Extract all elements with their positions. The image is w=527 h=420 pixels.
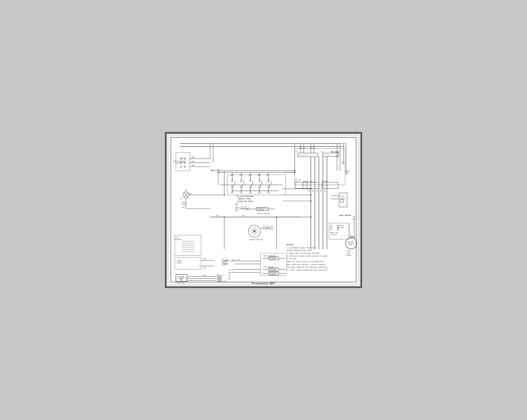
diagram-area: ORN ORN RED DOOR POSITION SWITCH 1 2 3 bbox=[169, 137, 358, 283]
svg-text:BLK: BLK bbox=[324, 189, 326, 192]
svg-text:WHT: WHT bbox=[182, 207, 185, 208]
svg-text:TAN: TAN bbox=[203, 258, 206, 260]
svg-text:YEL: YEL bbox=[237, 259, 240, 261]
page-container: ORN ORN RED DOOR POSITION SWITCH 1 2 3 bbox=[165, 132, 362, 288]
svg-text:DOOR POSITION: DOOR POSITION bbox=[174, 161, 185, 162]
svg-text:1: 1 bbox=[347, 225, 348, 226]
svg-text:C2: C2 bbox=[242, 205, 243, 207]
svg-text:RED: RED bbox=[271, 226, 273, 227]
svg-text:LOCKED: LOCKED bbox=[339, 227, 344, 228]
svg-text:OVEN: OVEN bbox=[340, 196, 344, 197]
svg-text:P2: P2 bbox=[350, 235, 352, 237]
svg-text:NORMALLY OPEN.: NORMALLY OPEN. bbox=[238, 198, 251, 200]
svg-text:BLK: BLK bbox=[218, 169, 220, 171]
svg-text:P3   C3: P3 C3 bbox=[217, 283, 222, 283]
svg-text:WHT: WHT bbox=[242, 215, 245, 216]
svg-text:4 3 2 1: 4 3 2 1 bbox=[322, 184, 329, 186]
svg-text:BLK: BLK bbox=[240, 175, 242, 176]
svg-text:ORN: ORN bbox=[192, 156, 195, 158]
svg-text:2: 2 bbox=[347, 227, 348, 228]
svg-text:H1 GAS: H1 GAS bbox=[331, 151, 339, 153]
svg-text:C3: C3 bbox=[267, 225, 268, 227]
svg-text:5.  VERIFY PROPER OPERATION AF: 5. VERIFY PROPER OPERATION AFTER SERVICI… bbox=[287, 269, 328, 271]
svg-text:MOTOR: MOTOR bbox=[347, 255, 351, 256]
svg-text:P2: P2 bbox=[245, 205, 247, 207]
svg-text:SPARK: SPARK bbox=[177, 260, 182, 262]
svg-text:RED: RED bbox=[235, 203, 238, 205]
svg-text:GRN: GRN bbox=[203, 275, 206, 276]
svg-text:WHEN SERVICING CONTROLS. WIRIN: WHEN SERVICING CONTROLS. WIRING PROBLEMS bbox=[287, 264, 325, 265]
svg-text:3: 3 bbox=[347, 229, 348, 231]
svg-text:4 3 2 1: 4 3 2 1 bbox=[303, 184, 309, 186]
svg-point-99 bbox=[254, 230, 255, 232]
svg-text:TAN: TAN bbox=[249, 192, 251, 194]
svg-text:P4: P4 bbox=[216, 274, 218, 276]
svg-text:P3: P3 bbox=[263, 225, 265, 227]
svg-text:WHT: WHT bbox=[271, 228, 273, 230]
svg-text:C4: C4 bbox=[222, 274, 223, 276]
svg-text:WHT: WHT bbox=[216, 215, 219, 216]
svg-text:YEL: YEL bbox=[228, 269, 231, 271]
svg-text:BLK: BLK bbox=[336, 155, 339, 157]
svg-text:DUAL VALVE: DUAL VALVE bbox=[264, 266, 273, 268]
svg-text:TAN: TAN bbox=[240, 192, 242, 194]
svg-text:GRN: GRN bbox=[320, 189, 322, 192]
svg-point-271 bbox=[310, 200, 312, 202]
svg-text:YEL: YEL bbox=[180, 198, 183, 200]
svg-text:WHT: WHT bbox=[312, 189, 314, 192]
svg-text:TOP: TOP bbox=[176, 237, 179, 238]
svg-text:C4: C4 bbox=[221, 258, 223, 260]
svg-text:OVEN: OVEN bbox=[182, 202, 186, 204]
svg-text:TAN: TAN bbox=[267, 192, 270, 194]
svg-text:LOCK SwITCH: LOCK SwITCH bbox=[339, 215, 351, 216]
svg-text:BLK: BLK bbox=[267, 175, 269, 176]
svg-text:P2: P2 bbox=[296, 151, 297, 153]
svg-text:RED: RED bbox=[192, 164, 195, 166]
svg-text:MODULE: MODULE bbox=[177, 262, 182, 264]
svg-text:BROIL IGNITOR: BROIL IGNITOR bbox=[258, 213, 270, 215]
svg-text:WHT: WHT bbox=[299, 179, 301, 181]
svg-text:GREEN: GREEN bbox=[345, 171, 350, 172]
svg-text:BLK: BLK bbox=[231, 175, 233, 176]
svg-text:3: 3 bbox=[189, 166, 190, 168]
svg-point-269 bbox=[310, 188, 312, 189]
svg-text:BLK: BLK bbox=[232, 259, 235, 261]
svg-text:8 5 4 3 2 1: 8 5 4 3 2 1 bbox=[298, 154, 308, 156]
svg-text:ORN: ORN bbox=[192, 161, 195, 162]
svg-text:7 6 5 4 3 2 1: 7 6 5 4 3 2 1 bbox=[304, 181, 315, 182]
svg-text:IGNITORS: IGNITORS bbox=[174, 239, 182, 240]
svg-text:SWITCH: SWITCH bbox=[331, 234, 336, 236]
svg-text:RED: RED bbox=[310, 147, 312, 149]
svg-text:WHT: WHT bbox=[226, 259, 229, 261]
svg-text:WHT: WHT bbox=[295, 179, 297, 181]
svg-text:NOTICE:: NOTICE: bbox=[287, 244, 294, 246]
svg-text:DOOR: DOOR bbox=[347, 250, 350, 252]
svg-text:5 4 3 2 1: 5 4 3 2 1 bbox=[323, 154, 331, 156]
svg-text:CAN CAUSE IMPROPER AND DANGERO: CAN CAUSE IMPROPER AND DANGEROUS OPERATI… bbox=[287, 266, 328, 268]
svg-text:BLK: BLK bbox=[299, 147, 302, 149]
svg-text:BEFORE REMOVING WIRE COVER.: BEFORE REMOVING WIRE COVER. bbox=[287, 249, 313, 251]
svg-text:RED: RED bbox=[228, 272, 231, 274]
svg-text:WHT: WHT bbox=[308, 189, 310, 192]
svg-text:1: 1 bbox=[189, 158, 190, 160]
svg-text:BLK: BLK bbox=[258, 175, 261, 176]
svg-text:LABEL ALL WIRES PRIOR TO DISCO: LABEL ALL WIRES PRIOR TO DISCONNECTION bbox=[287, 261, 323, 263]
wiring-diagram: ORN ORN RED DOOR POSITION SWITCH 1 2 3 bbox=[169, 137, 358, 283]
svg-text:OXY: OXY bbox=[316, 189, 318, 192]
svg-text:TAN: TAN bbox=[231, 192, 233, 194]
svg-text:WHT: WHT bbox=[228, 278, 231, 280]
svg-text:BAKE IGNITOR: BAKE IGNITOR bbox=[264, 255, 275, 257]
svg-point-270 bbox=[310, 194, 312, 195]
svg-text:P14: P14 bbox=[296, 181, 299, 182]
svg-text:PWR CORD: PWR CORD bbox=[177, 282, 185, 283]
svg-text:WHT: WHT bbox=[189, 193, 192, 195]
svg-text:3.  SERVICER PLEASE RETURN DIA: 3. SERVICER PLEASE RETURN DIAGRAM TO RAN… bbox=[287, 255, 328, 257]
svg-text:WHT: WHT bbox=[303, 147, 305, 149]
svg-text:L: L bbox=[199, 259, 200, 261]
svg-text:WHT: WHT bbox=[228, 275, 231, 277]
svg-text:LAMP: LAMP bbox=[182, 204, 186, 205]
svg-text:SWITCH: SWITCH bbox=[176, 162, 181, 164]
svg-text:VIO: VIO bbox=[330, 229, 332, 231]
svg-text:BLK: BLK bbox=[249, 175, 252, 176]
svg-text:2: 2 bbox=[189, 162, 190, 164]
